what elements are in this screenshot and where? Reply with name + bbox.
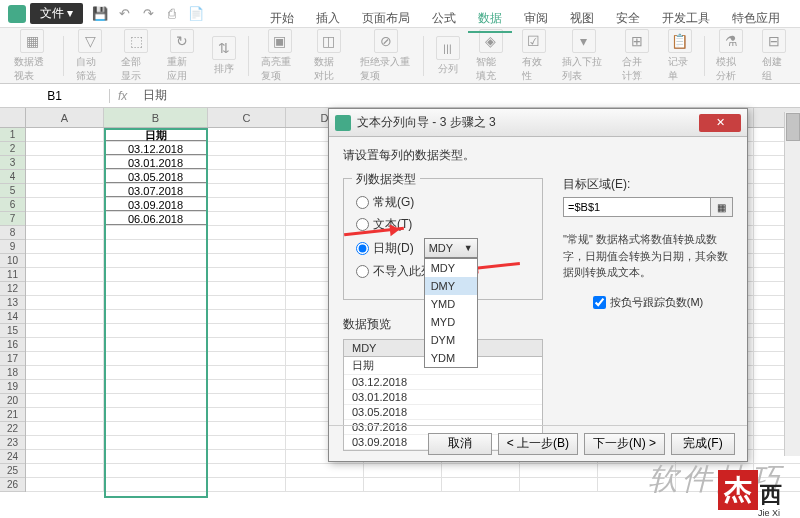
cell[interactable]: 日期 [104,128,208,141]
cell[interactable] [26,128,104,141]
cell[interactable] [104,478,208,491]
select-all-corner[interactable] [0,108,26,127]
tab-formula[interactable]: 公式 [422,6,466,33]
ribbon-autofilter[interactable]: ▽自动筛选 [70,29,112,83]
cell[interactable] [104,310,208,323]
ribbon-sort[interactable]: ⇅排序 [206,36,242,76]
row-header[interactable]: 23 [0,436,25,450]
cell[interactable]: 03.09.2018 [104,198,208,211]
tab-special[interactable]: 特色应用 [722,6,790,33]
cell[interactable] [26,394,104,407]
tab-security[interactable]: 安全 [606,6,650,33]
cell[interactable] [208,394,286,407]
cell[interactable]: 03.05.2018 [104,170,208,183]
row-header[interactable]: 21 [0,408,25,422]
cell[interactable] [26,408,104,421]
row-header[interactable]: 6 [0,198,25,212]
cell[interactable] [104,366,208,379]
cell[interactable] [520,478,598,491]
cell[interactable] [208,156,286,169]
cell[interactable] [364,478,442,491]
cell[interactable] [26,380,104,393]
cell[interactable]: 03.12.2018 [104,142,208,155]
tab-insert[interactable]: 插入 [306,6,350,33]
undo-icon[interactable]: ↶ [115,5,133,23]
ribbon-showall[interactable]: ⬚全部显示 [115,29,157,83]
ribbon-split[interactable]: ⫼分列 [430,36,466,76]
cell[interactable]: 03.07.2018 [104,184,208,197]
cell[interactable] [208,422,286,435]
cell[interactable] [26,366,104,379]
cell[interactable] [104,296,208,309]
cell[interactable] [26,240,104,253]
cell[interactable] [26,436,104,449]
cell[interactable] [104,380,208,393]
date-format-combo[interactable]: MDY▼ MDYDMYYMDMYDDYMYDM [424,238,478,258]
cell[interactable] [208,254,286,267]
range-picker-button[interactable]: ▦ [711,197,733,217]
dialog-titlebar[interactable]: 文本分列向导 - 3 步骤之 3 ✕ [329,109,747,137]
cell[interactable] [26,352,104,365]
row-header[interactable]: 11 [0,268,25,282]
cell[interactable] [104,394,208,407]
row-header[interactable]: 9 [0,240,25,254]
ribbon-reject[interactable]: ⊘拒绝录入重复项 [354,29,418,83]
row-header[interactable]: 22 [0,422,25,436]
formula-input[interactable]: 日期 [135,87,175,104]
checkbox-negative[interactable]: 按负号跟踪负数(M) [563,295,733,310]
cell[interactable] [26,156,104,169]
preview-icon[interactable]: 📄 [187,5,205,23]
row-header[interactable]: 16 [0,338,25,352]
row-header[interactable]: 20 [0,394,25,408]
cell[interactable] [26,310,104,323]
row-header[interactable]: 26 [0,478,25,492]
cell[interactable] [104,338,208,351]
ribbon-dropdown[interactable]: ▾插入下拉列表 [556,29,612,83]
cell[interactable] [208,464,286,477]
cell[interactable] [104,254,208,267]
tab-dev[interactable]: 开发工具 [652,6,720,33]
cell[interactable] [104,450,208,463]
row-header[interactable]: 17 [0,352,25,366]
cell[interactable] [208,198,286,211]
row-header[interactable]: 8 [0,226,25,240]
finish-button[interactable]: 完成(F) [671,433,735,455]
cell[interactable] [26,142,104,155]
cancel-button[interactable]: 取消 [428,433,492,455]
cell[interactable] [208,338,286,351]
ribbon-validity[interactable]: ☑有效性 [516,29,552,83]
save-icon[interactable]: 💾 [91,5,109,23]
ribbon-consolidate[interactable]: ⊞合并计算 [616,29,658,83]
scrollbar-thumb[interactable] [786,113,800,141]
tab-view[interactable]: 视图 [560,6,604,33]
cell[interactable] [520,464,598,477]
cell[interactable] [26,170,104,183]
cell[interactable] [208,226,286,239]
combo-option[interactable]: MDY [425,259,477,277]
cell[interactable] [26,450,104,463]
radio-general[interactable]: 常规(G) [356,194,530,211]
cell[interactable] [208,282,286,295]
cell[interactable] [104,436,208,449]
cell[interactable] [26,422,104,435]
row-header[interactable]: 4 [0,170,25,184]
cell[interactable] [26,478,104,491]
cell[interactable] [208,408,286,421]
cell[interactable] [26,212,104,225]
col-header-A[interactable]: A [26,108,104,127]
row-header[interactable]: 5 [0,184,25,198]
cell[interactable] [104,282,208,295]
cell[interactable] [208,268,286,281]
cell[interactable] [286,478,364,491]
fx-icon[interactable]: fx [110,89,135,103]
target-range-input[interactable] [563,197,711,217]
ribbon-create[interactable]: ⊟创建组 [756,29,792,83]
redo-icon[interactable]: ↷ [139,5,157,23]
tab-start[interactable]: 开始 [260,6,304,33]
row-header[interactable]: 15 [0,324,25,338]
cell[interactable] [104,324,208,337]
cell[interactable] [104,464,208,477]
cell[interactable]: 03.01.2018 [104,156,208,169]
cell[interactable] [208,324,286,337]
next-button[interactable]: 下一步(N) > [584,433,665,455]
